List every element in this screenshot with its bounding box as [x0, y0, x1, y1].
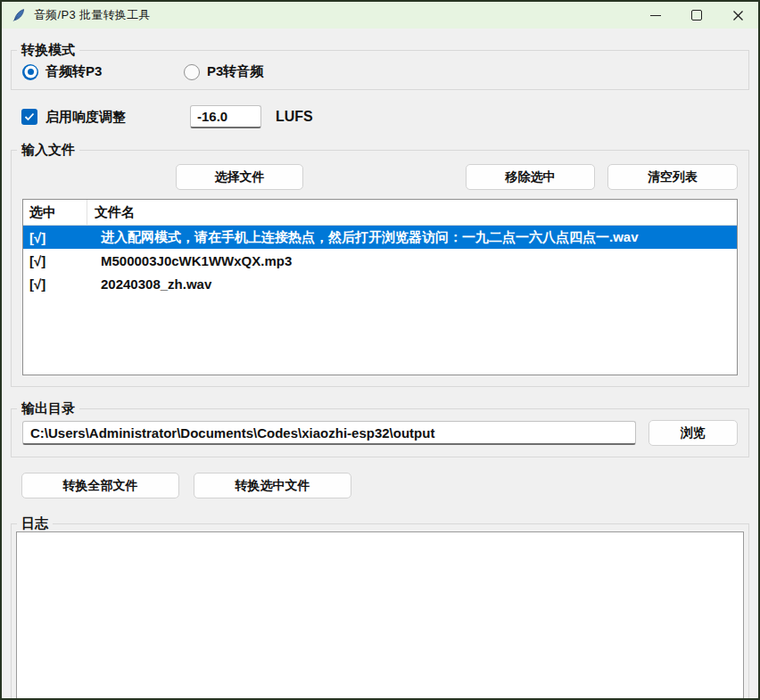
file-list-table: 选中 文件名 [√] 进入配网模式，请在手机上连接热点，然后打开浏览器访问：一九… — [22, 199, 738, 375]
actions-row: 转换全部文件 转换选中文件 — [21, 473, 749, 498]
radio-on-icon — [22, 64, 38, 80]
close-icon — [732, 10, 744, 21]
radio-audio-to-p3[interactable]: 音频转P3 — [22, 63, 184, 80]
log-label: 日志 — [17, 515, 53, 531]
tk-feather-icon — [12, 8, 26, 22]
output-path-input[interactable] — [22, 421, 636, 445]
row-checkmark: [√] — [23, 276, 94, 292]
window-controls — [635, 2, 758, 29]
conversion-mode-label: 转换模式 — [17, 42, 79, 58]
lufs-unit-label: LUFS — [276, 109, 313, 125]
radio-audio-to-p3-label: 音频转P3 — [45, 63, 102, 80]
output-dir-group: 输出目录 浏览 — [11, 408, 749, 457]
minimize-button[interactable] — [635, 2, 676, 29]
table-row[interactable]: [√] 进入配网模式，请在手机上连接热点，然后打开浏览器访问：一九二点一六八点四… — [23, 226, 737, 249]
radio-p3-to-audio[interactable]: P3转音频 — [184, 63, 263, 80]
select-files-button[interactable]: 选择文件 — [176, 164, 303, 190]
row-checkmark: [√] — [23, 253, 94, 268]
input-files-label: 输入文件 — [17, 142, 79, 158]
row-filename: 20240308_zh.wav — [94, 276, 737, 292]
window-title: 音频/P3 批量转换工具 — [34, 7, 151, 23]
table-row[interactable]: [√] 20240308_zh.wav — [23, 272, 737, 295]
title-bar: 音频/P3 批量转换工具 — [2, 2, 758, 29]
close-button[interactable] — [717, 2, 758, 29]
remove-selected-button[interactable]: 移除选中 — [466, 164, 595, 190]
lufs-value-input[interactable] — [190, 105, 261, 128]
clear-list-button[interactable]: 清空列表 — [607, 164, 738, 190]
row-filename: M500003J0cWK1WWxQX.mp3 — [94, 253, 737, 268]
row-checkmark: [√] — [23, 230, 94, 245]
app-window: 音频/P3 批量转换工具 转换模式 音频转P3 — [0, 0, 760, 700]
maximize-icon — [691, 10, 702, 21]
radio-off-icon — [184, 64, 200, 80]
column-header-checked[interactable]: 选中 — [23, 200, 87, 225]
input-files-group: 输入文件 选择文件 移除选中 清空列表 选中 文件名 [√] 进入配网模式，请在… — [11, 150, 749, 387]
loudness-checkbox[interactable] — [21, 109, 37, 125]
log-group: 日志 — [11, 523, 749, 700]
browse-button[interactable]: 浏览 — [648, 420, 738, 446]
mode-radio-row: 音频转P3 P3转音频 — [22, 63, 738, 80]
checkmark-icon — [24, 112, 35, 121]
file-table-header: 选中 文件名 — [23, 200, 737, 226]
file-table-empty-area — [23, 295, 737, 375]
conversion-mode-group: 转换模式 音频转P3 P3转音频 — [11, 50, 749, 90]
table-row[interactable]: [√] M500003J0cWK1WWxQX.mp3 — [23, 249, 737, 272]
loudness-row: 启用响度调整 LUFS — [21, 105, 749, 128]
row-filename: 进入配网模式，请在手机上连接热点，然后打开浏览器访问：一九二点一六八点四点一.w… — [94, 229, 737, 246]
column-header-filename[interactable]: 文件名 — [87, 200, 737, 225]
radio-p3-to-audio-label: P3转音频 — [207, 63, 263, 80]
convert-selected-button[interactable]: 转换选中文件 — [194, 473, 351, 498]
file-buttons-row: 选择文件 移除选中 清空列表 — [22, 164, 738, 190]
output-dir-label: 输出目录 — [17, 400, 79, 416]
minimize-icon — [650, 15, 661, 16]
log-text-area[interactable] — [16, 531, 744, 700]
loudness-checkbox-label: 启用响度调整 — [45, 109, 126, 126]
maximize-button[interactable] — [676, 2, 717, 29]
convert-all-button[interactable]: 转换全部文件 — [21, 473, 179, 498]
client-area: 转换模式 音频转P3 P3转音频 启用响度调整 LUFS — [2, 29, 758, 700]
